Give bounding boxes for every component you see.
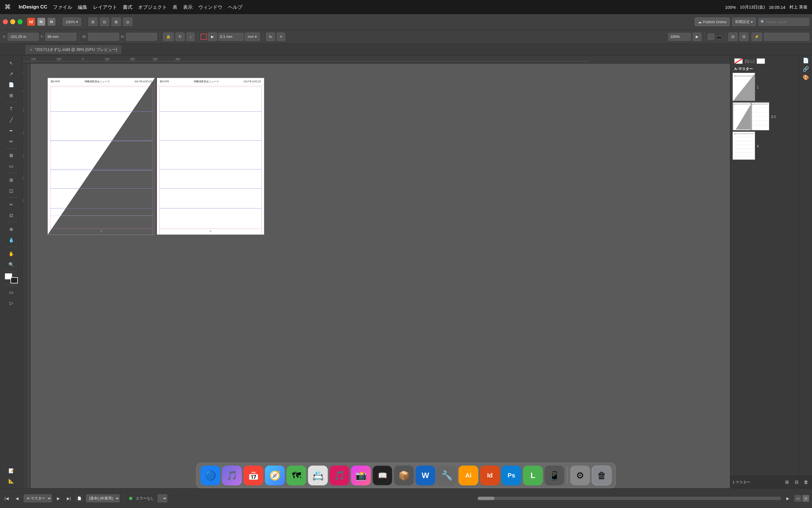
minimize-window-btn[interactable] [10,19,15,24]
dock-indesign[interactable]: Id [480,466,500,485]
h-input[interactable] [126,33,157,41]
properties-dropdown[interactable] [764,33,809,41]
search-input[interactable] [758,18,809,26]
align-center-btn[interactable]: ⊟ [739,33,748,41]
dock-illustrator[interactable]: Ai [459,466,479,485]
publish-online-button[interactable]: ☁ Publish Online [695,17,730,26]
stroke-arrow-btn[interactable]: ▶ [208,33,217,41]
stock-icon[interactable]: St [47,18,55,26]
rotate-btn[interactable]: ↻ [175,33,185,41]
apply-normal-btn[interactable]: ▭ [4,287,18,297]
color-selector[interactable] [5,273,18,284]
align-left-btn[interactable]: ⊟ [728,33,738,41]
zoom-tool[interactable]: 🔍 [4,259,18,269]
dock-spare1[interactable]: 📦 [394,466,414,485]
dock-itunes[interactable]: 🎵 [330,466,350,485]
rectangle-frame-tool[interactable]: ⊠ [4,150,18,160]
menu-table[interactable]: 表 [173,4,177,10]
gradient-tool[interactable]: ◫ [4,185,18,196]
free-transform-tool[interactable]: ⊕ [4,224,18,234]
dock-maps[interactable]: 🗺 [287,466,307,485]
page-1-thumb[interactable]: A 1 [732,73,797,101]
transform-btn[interactable]: fx [266,33,275,41]
first-page-btn[interactable]: |◀ [3,495,10,502]
dock-calendar[interactable]: 📅 [244,466,263,485]
tab-close-icon[interactable]: ✕ [30,48,33,52]
gap-tool[interactable]: ⊞ [4,90,18,100]
y-input[interactable] [45,33,76,41]
next-page-btn[interactable]: ▶ [55,495,62,502]
selection-tool[interactable]: ↖ [4,58,18,68]
eyedropper-tool[interactable]: 💧 [4,235,18,245]
zoom-in-btn[interactable]: ▶ [693,33,702,41]
normal-view-btn[interactable]: ▭ [795,495,801,502]
w-input[interactable] [88,33,119,41]
table-tool[interactable]: ⊞ [4,175,18,185]
view-mode-btn3[interactable]: ⊠ [112,17,121,26]
dock-photoshop[interactable]: Ps [502,466,521,485]
constrain-btn[interactable]: 🔒 [163,33,174,41]
menu-format[interactable]: 書式 [123,4,132,10]
direct-selection-tool[interactable]: ↗ [4,69,18,79]
dock-line[interactable]: L [523,466,543,485]
page-4-thumb[interactable]: A 4 [732,131,797,160]
dock-systemprefs[interactable]: ⚙ [570,466,590,485]
prev-page-btn[interactable]: ◀ [14,495,21,502]
scroll-right-btn[interactable]: ▶ [784,495,791,502]
dock-siri[interactable]: 🎵 [222,466,242,485]
right-page[interactable]: 第078号 津幡城委員会ニュース 2017年10月1日 A [157,78,264,235]
maximize-window-btn[interactable] [17,19,23,24]
canvas-area[interactable]: 第078号 津幡城委員会ニュース 2017年10月1日 [31,64,730,488]
menu-help[interactable]: ヘルプ [228,4,242,10]
rectangle-tool[interactable]: ▭ [4,161,18,171]
close-window-btn[interactable] [3,19,8,24]
menu-app[interactable]: InDesign CC [19,4,47,10]
apple-menu[interactable]: ⌘ [4,3,11,11]
dock-trash[interactable]: 🗑 [592,466,612,485]
crop-tool[interactable]: ⊡ [4,210,18,220]
flip-btn[interactable]: ↕ [187,33,195,41]
dock-safari[interactable]: 🧭 [265,466,285,485]
mode-btn[interactable]: ▷ [4,298,18,308]
scroll-bar[interactable] [478,497,781,500]
dock-finder[interactable]: 🔵 [201,466,220,485]
panel-icon-2[interactable]: 🔗 [803,66,809,72]
dock-spare2[interactable]: 🔧 [437,466,457,485]
stroke-width-input[interactable] [218,33,244,41]
panel-icon-3[interactable]: 🎨 [803,74,809,81]
delete-page-btn[interactable]: 🗑 [802,478,810,486]
page-tool[interactable]: 📄 [4,80,18,90]
menu-object[interactable]: オブジェクト [138,4,167,10]
dock-photos[interactable]: 📸 [351,466,371,485]
view-mode-btn4[interactable]: ◎ [123,17,132,26]
zoom-percent-input[interactable] [668,33,691,41]
notes-tool[interactable]: 📝 [4,466,18,476]
duplicate-page-btn[interactable]: ⊟ [793,478,800,486]
new-master-btn[interactable]: ⊞ [783,478,790,486]
align-btn[interactable]: ≡ [277,33,285,41]
view-mode-btn[interactable]: ⊞ [88,17,97,26]
menu-view[interactable]: 表示 [183,4,193,10]
dock-spare3[interactable]: 📱 [544,466,564,485]
view-mode-btn2[interactable]: ⊟ [100,17,109,26]
menu-layout[interactable]: レイアウト [93,4,117,10]
settings-button[interactable]: 初期設定 ▾ [732,17,756,26]
dock-kindle[interactable]: 📖 [373,466,393,485]
pages-32-thumb[interactable]: A A 3-2 [732,102,797,130]
page-selector[interactable]: A-マスター [24,495,52,502]
hand-tool[interactable]: ✋ [4,249,18,259]
stroke-color-btn[interactable] [201,34,207,40]
menu-file[interactable]: ファイル [53,4,72,10]
page-info-btn[interactable]: 📄 [76,495,83,502]
quick-apply-btn[interactable]: ⚡ [752,33,762,41]
error-dropdown[interactable] [158,495,167,502]
menu-edit[interactable]: 編集 [78,4,87,10]
panel-icon-1[interactable]: 📄 [803,57,809,64]
line-tool[interactable]: ╱ [4,115,18,125]
pen-tool[interactable]: ✒ [4,126,18,136]
stroke-swatch[interactable] [10,277,18,284]
style-selector[interactable]: [基本] (作業用) [86,495,120,502]
measure-tool[interactable]: 📐 [4,476,18,486]
dock-contacts[interactable]: 📇 [308,466,328,485]
pencil-tool[interactable]: ✏ [4,136,18,146]
